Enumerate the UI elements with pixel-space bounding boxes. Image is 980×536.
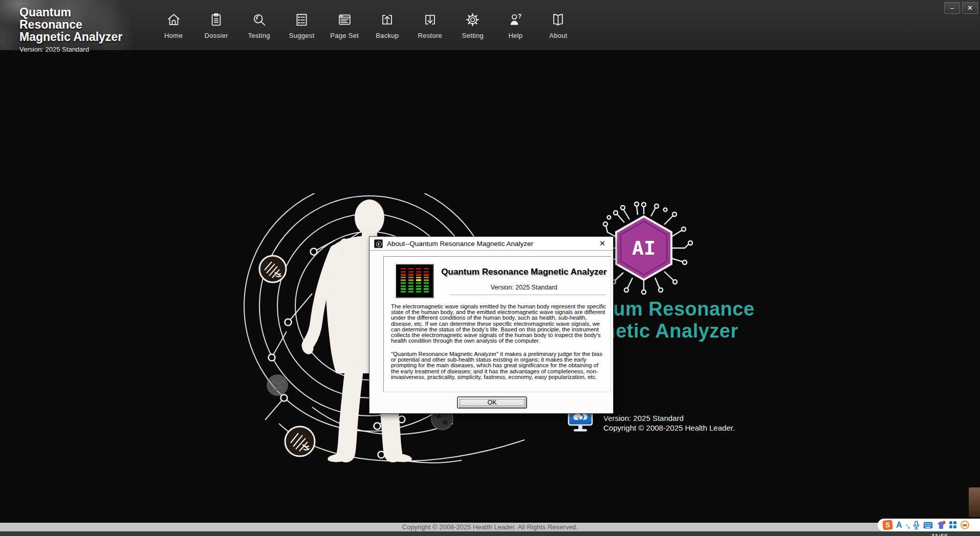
clock: 11:55 — [931, 532, 948, 536]
toolbar-item-testing[interactable]: Testing — [239, 12, 279, 39]
dialog-paragraph-2: "Quantum Resonance Magnetic Analyzer" it… — [391, 351, 607, 380]
toolbar-item-restore[interactable]: Restore — [410, 12, 450, 39]
dossier-icon — [209, 12, 224, 27]
toolbar-label: Page Set — [330, 32, 359, 39]
sogou-input-icon[interactable]: S — [882, 520, 893, 530]
brand-title-line2: Magnetic Analyzer — [19, 31, 132, 43]
toolbar-item-about[interactable]: About — [538, 12, 578, 39]
dialog-titlebar[interactable]: About--Quantum Resonance Magnetic Analyz… — [369, 237, 613, 251]
dialog-app-icon — [374, 239, 383, 248]
toolbar-label: Help — [508, 32, 522, 39]
pageset-icon — [337, 12, 352, 27]
toolbar-item-home[interactable]: Home — [154, 12, 193, 39]
suggest-icon — [294, 12, 309, 27]
toolbar-label: About — [549, 32, 567, 39]
ok-button[interactable]: OK — [458, 397, 527, 408]
backup-icon — [380, 12, 395, 27]
about-icon — [551, 12, 565, 27]
testing-icon — [252, 12, 267, 27]
close-button[interactable]: ✕ — [962, 2, 978, 14]
about-dialog: About--Quantum Resonance Magnetic Analyz… — [369, 236, 614, 414]
dialog-paragraph-1: The electromagnetic wave signals emitted… — [391, 304, 607, 344]
main-toolbar: Home Dossier Testing Suggest Page Set Ba… — [154, 12, 578, 39]
toolbar-label: Home — [164, 32, 183, 39]
organ-sphere-icon — [267, 374, 288, 396]
dialog-close-icon[interactable]: ✕ — [596, 239, 608, 248]
help-icon: ? — [508, 12, 523, 27]
dna-icon — [285, 427, 315, 456]
hero-version: Version: 2025 Standard — [603, 413, 735, 423]
minimize-button[interactable]: – — [944, 2, 960, 14]
equalizer-logo — [395, 263, 434, 298]
main-content: AI Quantum Resonance Magnetic Analyzer V… — [0, 50, 980, 523]
dna-icon — [259, 256, 286, 282]
status-bar: Copyright © 2008-2025 Health Leader. All… — [0, 523, 980, 531]
dialog-title: About--Quantum Resonance Magnetic Analyz… — [387, 240, 533, 248]
skin-icon[interactable] — [937, 521, 946, 530]
divider — [449, 295, 606, 295]
toolbox-grid-icon[interactable] — [949, 521, 957, 529]
microphone-icon[interactable] — [913, 521, 920, 530]
toolbar-label: Setting — [462, 32, 484, 39]
dialog-version: Version: 2025 Standard — [439, 284, 609, 291]
hero-copyright: Copyright © 2008-2025 Health Leader. — [603, 423, 735, 433]
top-bar: Quantum Resonance Magnetic Analyzer Vers… — [0, 0, 980, 50]
home-icon — [166, 12, 181, 27]
input-method-tray: S A ·, — [878, 519, 980, 531]
toolbar-label: Restore — [418, 32, 442, 39]
keyboard-icon[interactable] — [923, 522, 933, 529]
toolbar-label: Dossier — [204, 32, 228, 39]
toolbar-label: Suggest — [289, 32, 315, 39]
toolbar-item-suggest[interactable]: Suggest — [282, 12, 322, 39]
app-brand: Quantum Resonance Magnetic Analyzer Vers… — [0, 0, 132, 50]
window-controls: – ✕ — [944, 2, 978, 14]
photo-thumbnail[interactable] — [969, 487, 980, 517]
setting-icon — [465, 12, 480, 27]
taskbar-strip — [0, 531, 980, 536]
dialog-content-panel: Quantum Resonance Magnetic Analyzer Vers… — [383, 256, 611, 392]
ai-label: AI — [632, 237, 656, 259]
punctuation-icon[interactable]: ·, — [906, 521, 909, 529]
toolbar-item-dossier[interactable]: Dossier — [197, 12, 236, 39]
dialog-product-title: Quantum Resonance Magnetic Analyzer — [439, 267, 609, 277]
toolbar-label: Backup — [376, 32, 399, 39]
toolbar-item-help[interactable]: ? Help — [495, 12, 535, 39]
hero-meta: Version: 2025 Standard Copyright © 2008-… — [603, 413, 735, 433]
toolbar-item-setting[interactable]: Setting — [453, 12, 493, 39]
brand-title-line1: Quantum Resonance — [19, 6, 132, 31]
app-window: Quantum Resonance Magnetic Analyzer Vers… — [0, 0, 980, 536]
toolbar-item-pageset[interactable]: Page Set — [324, 12, 364, 39]
toolbar-item-backup[interactable]: Backup — [367, 12, 407, 39]
restore-icon — [423, 12, 438, 27]
language-mode-icon[interactable]: A — [896, 521, 902, 530]
emoji-icon[interactable] — [961, 521, 969, 529]
brand-version: Version: 2025 Standard — [19, 46, 132, 53]
toolbar-label: Testing — [248, 32, 270, 39]
svg-text:?: ? — [518, 13, 521, 20]
